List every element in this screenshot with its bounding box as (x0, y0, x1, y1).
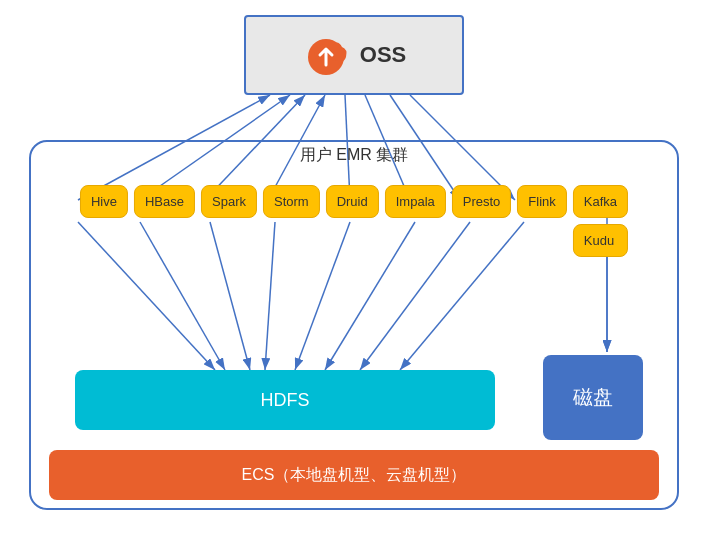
hdfs-box: HDFS (75, 370, 495, 430)
service-storm: Storm (263, 185, 320, 218)
service-flink: Flink (517, 185, 566, 218)
service-hive: Hive (80, 185, 128, 218)
stacked-services: Kafka Kudu (573, 185, 628, 257)
service-spark: Spark (201, 185, 257, 218)
service-presto: Presto (452, 185, 512, 218)
oss-box: OSS (244, 15, 464, 95)
emr-title: 用户 EMR 集群 (300, 145, 408, 166)
oss-icon (302, 31, 350, 79)
service-druid: Druid (326, 185, 379, 218)
disk-box: 磁盘 (543, 355, 643, 440)
ecs-label: ECS（本地盘机型、云盘机型） (242, 465, 467, 486)
disk-label: 磁盘 (573, 384, 613, 411)
service-impala: Impala (385, 185, 446, 218)
hdfs-label: HDFS (261, 390, 310, 411)
main-diagram: OSS 用户 EMR 集群 Hive HBase Spark Storm Dru… (0, 0, 708, 537)
service-hbase: HBase (134, 185, 195, 218)
oss-label: OSS (360, 42, 406, 68)
ecs-box: ECS（本地盘机型、云盘机型） (49, 450, 659, 500)
service-kudu: Kudu (573, 224, 628, 257)
services-row: Hive HBase Spark Storm Druid Impala Pres… (80, 185, 628, 257)
service-kafka: Kafka (573, 185, 628, 218)
